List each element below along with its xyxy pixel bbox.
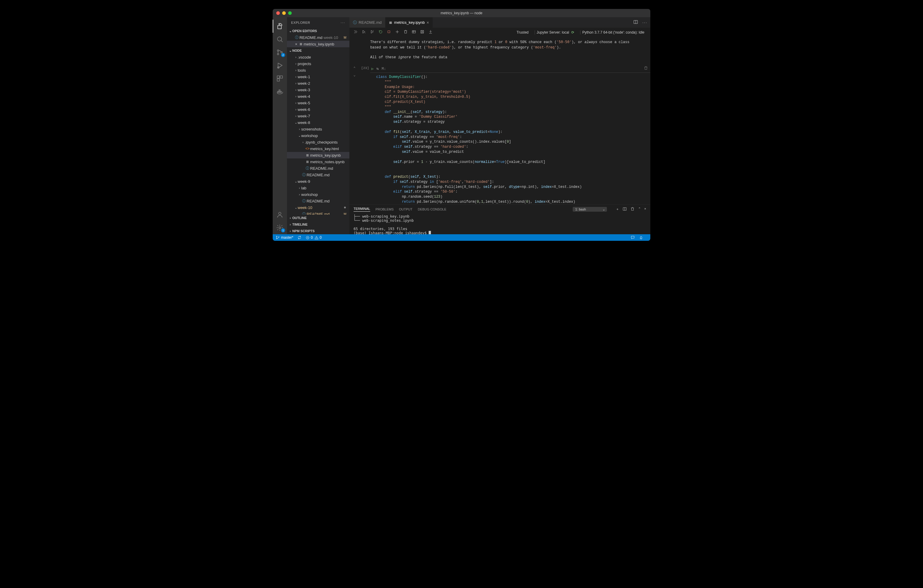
file-label: week-9 <box>298 179 350 184</box>
explorer-activity[interactable] <box>273 20 287 33</box>
variables-icon[interactable] <box>412 30 416 35</box>
chevron-icon: › <box>298 193 301 196</box>
new-terminal-icon[interactable]: ＋ <box>616 207 619 212</box>
kill-terminal-icon[interactable] <box>631 207 635 212</box>
notifications-icon[interactable] <box>639 235 643 240</box>
markdown-toggle-icon[interactable]: M↓ <box>381 67 386 72</box>
trusted-status[interactable]: Trusted <box>515 30 530 34</box>
folder-item[interactable]: ›.ipynb_checkpoints <box>287 139 350 145</box>
terminal-selector[interactable]: 1: bash ⌄ <box>573 207 607 212</box>
export-icon[interactable] <box>429 30 433 35</box>
titlebar: metrics_key.ipynb — node <box>273 9 650 17</box>
folder-item[interactable]: ›workshop <box>287 191 350 198</box>
folder-item[interactable]: ⌄week-10 <box>287 204 350 211</box>
folder-item[interactable]: ›week-2 <box>287 80 350 87</box>
panel-tab-problems[interactable]: PROBLEMS <box>376 207 394 211</box>
timeline-section[interactable]: ›TIMELINE <box>287 221 350 228</box>
npm-scripts-section[interactable]: ›NPM SCRIPTS <box>287 228 350 234</box>
feedback-icon[interactable] <box>631 235 635 240</box>
folder-item[interactable]: ›.vscode <box>287 54 350 60</box>
split-editor-icon[interactable] <box>633 20 638 25</box>
panel-tab-terminal[interactable]: TERMINAL <box>353 207 370 212</box>
folder-item[interactable]: ›week-3 <box>287 87 350 93</box>
restart-kernel-icon[interactable] <box>379 30 383 35</box>
close-window-button[interactable] <box>276 11 280 15</box>
tab-metrics[interactable]: ≣ metrics_key.ipynb × <box>385 17 433 28</box>
interrupt-kernel-icon[interactable] <box>387 30 391 35</box>
close-panel-icon[interactable]: × <box>644 207 646 212</box>
file-type-icon: ⓘ <box>301 212 307 215</box>
tab-readme[interactable]: ⓘ README.md <box>350 17 385 28</box>
clear-outputs-icon[interactable] <box>404 30 408 35</box>
file-item[interactable]: ≣metrics_key.ipynb <box>287 152 350 158</box>
svg-rect-6 <box>280 76 282 78</box>
sidebar-more-icon[interactable]: ··· <box>341 21 345 25</box>
folder-item[interactable]: ›tools <box>287 67 350 74</box>
outline-section[interactable]: ›OUTLINE <box>287 215 350 221</box>
kernel-status[interactable]: Python 3.7.7 64-bit ('node': conda): Idl… <box>580 30 646 34</box>
file-item[interactable]: <>metrics_key.html <box>287 145 350 152</box>
maximize-window-button[interactable] <box>288 11 292 15</box>
add-cell-icon[interactable] <box>395 30 399 35</box>
close-icon[interactable]: × <box>294 42 298 46</box>
open-editor-item[interactable]: × ≣ metrics_key.ipynb <box>287 41 350 47</box>
folder-item[interactable]: ›week-4 <box>287 93 350 100</box>
file-label: week-6 <box>298 107 350 112</box>
code-cell[interactable]: ⌃ ⌄ [23] ▷ ↹ M↓ class DummyClassifier(): <box>350 66 650 205</box>
file-item[interactable]: ≣metrics_notes.ipynb <box>287 158 350 165</box>
run-debug-activity[interactable] <box>273 59 287 72</box>
run-all-icon[interactable] <box>353 30 358 35</box>
delete-cell-icon[interactable] <box>644 66 648 72</box>
run-by-line-icon[interactable]: ↹ <box>376 67 379 72</box>
run-above-icon[interactable] <box>362 30 366 35</box>
split-terminal-icon[interactable] <box>622 207 627 212</box>
open-editors-section[interactable]: ⌄OPEN EDITORS <box>287 28 350 34</box>
folder-item[interactable]: ⌄workshop <box>287 132 350 139</box>
sync-status[interactable] <box>297 235 302 240</box>
folder-item[interactable]: ›week-6 <box>287 106 350 113</box>
collapse-down-icon[interactable]: ⌄ <box>353 73 355 78</box>
maximize-panel-icon[interactable]: ⌃ <box>638 207 641 212</box>
file-label: .ipynb_checkpoints <box>305 140 350 145</box>
file-item[interactable]: ⓘREADME.md <box>287 171 350 178</box>
workspace-root-section[interactable]: ⌄NODE <box>287 47 350 54</box>
notebook-editor[interactable]: There's different dummy strategies, i.e.… <box>350 37 650 205</box>
folder-item[interactable]: ›screenshots <box>287 126 350 132</box>
file-item[interactable]: ⓘREADME.md <box>287 198 350 204</box>
file-item[interactable]: ⓘREADME.md <box>287 165 350 171</box>
panel-tab-output[interactable]: OUTPUT <box>399 207 412 211</box>
folder-item[interactable]: ⌄week-8 <box>287 119 350 126</box>
code-cell-content[interactable]: class DummyClassifier(): """ Example Usa… <box>370 73 650 205</box>
more-actions-icon[interactable]: ··· <box>642 20 647 25</box>
run-cell-icon[interactable]: ▷ <box>371 67 373 72</box>
notebook-icon: ≣ <box>389 20 392 25</box>
scm-activity[interactable]: 2 <box>273 46 287 59</box>
settings-activity[interactable]: 1 <box>273 221 287 234</box>
file-type-icon: ⓘ <box>305 166 310 171</box>
run-below-icon[interactable] <box>370 30 374 35</box>
untracked-indicator <box>344 207 346 209</box>
close-tab-icon[interactable]: × <box>426 20 429 25</box>
search-activity[interactable] <box>273 33 287 46</box>
panel-tab-debug[interactable]: DEBUG CONSOLE <box>418 207 446 211</box>
errors-status[interactable]: 0 <box>305 235 313 240</box>
warnings-status[interactable]: 0 <box>315 235 322 240</box>
docker-activity[interactable] <box>273 85 287 98</box>
save-icon[interactable] <box>420 30 424 35</box>
folder-item[interactable]: ›week-1 <box>287 74 350 80</box>
terminal-output[interactable]: ├── web-scraping_key.ipynb └── web-scrap… <box>350 214 650 234</box>
folder-item[interactable]: ›week-5 <box>287 100 350 106</box>
minimize-window-button[interactable] <box>282 11 286 15</box>
chevron-icon: › <box>294 69 298 72</box>
collapse-up-icon[interactable]: ⌃ <box>353 66 355 71</box>
file-item[interactable]: ⓘREADME.mdM <box>287 211 350 215</box>
folder-item[interactable]: ›lab <box>287 185 350 191</box>
jupyter-server-status[interactable]: Jupyter Server: local ⟳ <box>535 30 576 34</box>
git-branch-status[interactable]: master* <box>276 235 293 240</box>
open-editor-item[interactable]: ⓘ README.md week-10 M <box>287 34 350 41</box>
accounts-activity[interactable] <box>273 208 287 221</box>
extensions-activity[interactable] <box>273 72 287 85</box>
folder-item[interactable]: ⌄week-9 <box>287 178 350 185</box>
folder-item[interactable]: ›week-7 <box>287 113 350 119</box>
folder-item[interactable]: ›projects <box>287 60 350 67</box>
